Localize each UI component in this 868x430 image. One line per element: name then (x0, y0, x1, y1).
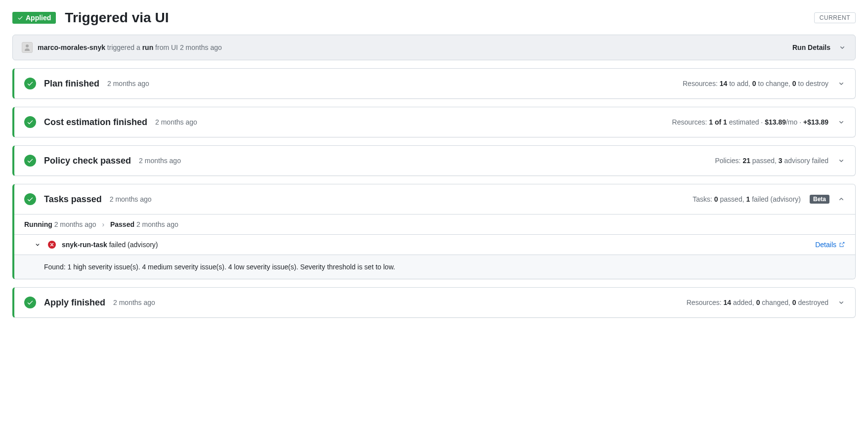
chevron-up-icon (837, 195, 845, 203)
stage-title: Plan finished (44, 79, 99, 89)
stage-apply-header[interactable]: Apply finished 2 months ago Resources: 1… (14, 288, 855, 317)
task-message: Found: 1 high severity issue(s). 4 mediu… (14, 255, 855, 279)
applied-badge-label: Applied (26, 14, 51, 22)
task-row[interactable]: snyk-run-task failed (advisory) Details (14, 234, 855, 255)
stage-time: 2 months ago (139, 157, 181, 165)
trigger-card[interactable]: marco-morales-snyk triggered a run from … (12, 35, 856, 60)
stage-title: Tasks passed (44, 194, 102, 205)
applied-badge: Applied (12, 12, 56, 24)
check-icon (27, 80, 34, 87)
chevron-down-icon (837, 299, 845, 306)
stage-title: Apply finished (44, 298, 105, 308)
stage-time: 2 months ago (107, 80, 149, 87)
plan-summary: Resources: 14 to add, 0 to change, 0 to … (683, 80, 828, 87)
stage-toggle[interactable] (837, 195, 845, 203)
avatar (22, 42, 33, 53)
stage-time: 2 months ago (155, 118, 197, 126)
tasks-summary: Tasks: 0 passed, 1 failed (advisory) (693, 195, 801, 203)
stage-cost: Cost estimation finished 2 months ago Re… (12, 107, 856, 137)
stage-apply: Apply finished 2 months ago Resources: 1… (12, 287, 856, 318)
stage-toggle[interactable] (837, 299, 845, 306)
stage-policy: Policy check passed 2 months ago Policie… (12, 145, 856, 176)
stage-title: Cost estimation finished (44, 117, 147, 128)
current-badge: CURRENT (814, 12, 856, 23)
policy-summary: Policies: 21 passed, 3 advisory failed (715, 157, 828, 165)
x-icon (49, 242, 54, 247)
stage-time: 2 months ago (110, 195, 152, 203)
task-details-link[interactable]: Details (815, 241, 845, 249)
stage-plan: Plan finished 2 months ago Resources: 14… (12, 68, 856, 99)
chevron-down-icon (34, 241, 41, 248)
success-icon (24, 297, 36, 308)
success-icon (24, 116, 36, 128)
success-icon (24, 193, 36, 205)
user-icon (23, 43, 31, 51)
tasks-breadcrumb: Running 2 months ago › Passed 2 months a… (14, 215, 855, 234)
stage-cost-header[interactable]: Cost estimation finished 2 months ago Re… (14, 107, 855, 137)
stage-time: 2 months ago (113, 299, 155, 306)
cost-summary: Resources: 1 of 1 estimated · $13.89/mo … (672, 118, 828, 126)
run-details-label: Run Details (792, 43, 830, 51)
chevron-down-icon (837, 118, 845, 126)
page-title: Triggered via UI (65, 10, 814, 26)
stage-toggle[interactable] (837, 118, 845, 126)
trigger-user: marco-morales-snyk (38, 43, 105, 51)
check-icon (27, 119, 34, 126)
chevron-down-icon (837, 80, 845, 87)
stage-tasks: Tasks passed 2 months ago Tasks: 0 passe… (12, 184, 856, 279)
check-icon (17, 15, 23, 21)
task-name: snyk-run-task failed (advisory) (62, 241, 158, 249)
success-icon (24, 78, 36, 89)
trigger-text: marco-morales-snyk triggered a run from … (38, 43, 792, 51)
stage-toggle[interactable] (837, 157, 845, 165)
chevron-down-icon (838, 43, 846, 51)
apply-summary: Resources: 14 added, 0 changed, 0 destro… (687, 299, 828, 306)
external-link-icon (838, 241, 845, 248)
stage-title: Policy check passed (44, 156, 131, 166)
check-icon (27, 157, 34, 164)
stage-policy-header[interactable]: Policy check passed 2 months ago Policie… (14, 146, 855, 175)
stage-toggle[interactable] (837, 80, 845, 87)
check-icon (27, 299, 34, 306)
check-icon (27, 196, 34, 203)
stage-plan-header[interactable]: Plan finished 2 months ago Resources: 14… (14, 69, 855, 98)
success-icon (24, 155, 36, 167)
chevron-down-icon (837, 157, 845, 165)
beta-badge: Beta (810, 195, 829, 204)
run-details-toggle[interactable] (838, 43, 846, 51)
stage-tasks-header[interactable]: Tasks passed 2 months ago Tasks: 0 passe… (14, 184, 855, 214)
fail-icon (48, 241, 56, 249)
